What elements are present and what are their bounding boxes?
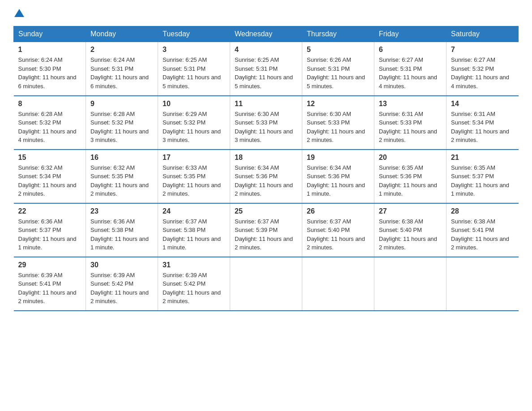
calendar-cell: 31 Sunrise: 6:39 AM Sunset: 5:42 PM Dayl… [158, 257, 230, 311]
day-number: 26 [307, 207, 369, 215]
day-number: 14 [451, 100, 514, 108]
day-number: 29 [18, 261, 82, 269]
day-info: Sunrise: 6:33 AM Sunset: 5:35 PM Dayligh… [163, 163, 225, 198]
calendar-cell: 10 Sunrise: 6:29 AM Sunset: 5:32 PM Dayl… [158, 96, 230, 150]
day-info: Sunrise: 6:24 AM Sunset: 5:31 PM Dayligh… [90, 56, 153, 90]
calendar-cell: 24 Sunrise: 6:37 AM Sunset: 5:38 PM Dayl… [158, 203, 230, 257]
calendar-cell: 9 Sunrise: 6:28 AM Sunset: 5:32 PM Dayli… [86, 96, 158, 150]
calendar-cell: 6 Sunrise: 6:27 AM Sunset: 5:31 PM Dayli… [374, 42, 446, 96]
page-header [13, 9, 519, 17]
day-number: 31 [163, 261, 225, 269]
calendar-cell: 30 Sunrise: 6:39 AM Sunset: 5:42 PM Dayl… [86, 257, 158, 311]
day-info: Sunrise: 6:34 AM Sunset: 5:36 PM Dayligh… [307, 163, 369, 198]
day-number: 30 [90, 261, 153, 269]
calendar-header-thursday: Thursday [302, 26, 374, 42]
day-info: Sunrise: 6:35 AM Sunset: 5:37 PM Dayligh… [451, 163, 514, 198]
calendar-cell: 21 Sunrise: 6:35 AM Sunset: 5:37 PM Dayl… [446, 150, 519, 203]
calendar-header-sunday: Sunday [14, 26, 86, 42]
day-info: Sunrise: 6:32 AM Sunset: 5:35 PM Dayligh… [90, 163, 153, 198]
day-number: 23 [90, 207, 153, 215]
calendar-header-row: SundayMondayTuesdayWednesdayThursdayFrid… [14, 26, 519, 42]
calendar-cell [446, 257, 519, 311]
logo [13, 9, 24, 17]
calendar-cell: 25 Sunrise: 6:37 AM Sunset: 5:39 PM Dayl… [230, 203, 302, 257]
calendar-week-row: 8 Sunrise: 6:28 AM Sunset: 5:32 PM Dayli… [14, 96, 519, 150]
day-number: 19 [307, 154, 369, 162]
calendar-cell: 28 Sunrise: 6:38 AM Sunset: 5:41 PM Dayl… [446, 203, 519, 257]
calendar-week-row: 15 Sunrise: 6:32 AM Sunset: 5:34 PM Dayl… [14, 150, 519, 203]
day-number: 21 [451, 154, 514, 162]
day-number: 25 [235, 207, 297, 215]
day-info: Sunrise: 6:30 AM Sunset: 5:33 PM Dayligh… [307, 110, 369, 145]
calendar-cell: 22 Sunrise: 6:36 AM Sunset: 5:37 PM Dayl… [14, 203, 86, 257]
day-number: 3 [163, 46, 225, 54]
day-info: Sunrise: 6:36 AM Sunset: 5:37 PM Dayligh… [18, 217, 82, 252]
calendar-header-monday: Monday [86, 26, 158, 42]
day-number: 7 [451, 46, 514, 54]
calendar-cell: 27 Sunrise: 6:38 AM Sunset: 5:40 PM Dayl… [374, 203, 446, 257]
day-number: 11 [235, 100, 297, 108]
day-number: 18 [235, 154, 297, 162]
day-info: Sunrise: 6:26 AM Sunset: 5:31 PM Dayligh… [307, 56, 369, 90]
day-info: Sunrise: 6:39 AM Sunset: 5:42 PM Dayligh… [163, 271, 225, 306]
day-info: Sunrise: 6:37 AM Sunset: 5:40 PM Dayligh… [307, 217, 369, 252]
calendar-cell: 16 Sunrise: 6:32 AM Sunset: 5:35 PM Dayl… [86, 150, 158, 203]
day-info: Sunrise: 6:29 AM Sunset: 5:32 PM Dayligh… [163, 110, 225, 145]
day-number: 1 [18, 46, 82, 54]
day-info: Sunrise: 6:30 AM Sunset: 5:33 PM Dayligh… [235, 110, 297, 145]
calendar-cell: 7 Sunrise: 6:27 AM Sunset: 5:32 PM Dayli… [446, 42, 519, 96]
day-info: Sunrise: 6:28 AM Sunset: 5:32 PM Dayligh… [90, 110, 153, 145]
day-info: Sunrise: 6:31 AM Sunset: 5:34 PM Dayligh… [451, 110, 514, 145]
calendar-cell: 14 Sunrise: 6:31 AM Sunset: 5:34 PM Dayl… [446, 96, 519, 150]
day-number: 6 [379, 46, 442, 54]
day-number: 4 [235, 46, 297, 54]
calendar-week-row: 29 Sunrise: 6:39 AM Sunset: 5:41 PM Dayl… [14, 257, 519, 311]
day-info: Sunrise: 6:27 AM Sunset: 5:32 PM Dayligh… [451, 56, 514, 90]
day-number: 20 [379, 154, 442, 162]
day-number: 16 [90, 154, 153, 162]
logo-triangle-icon [14, 9, 24, 17]
day-info: Sunrise: 6:28 AM Sunset: 5:32 PM Dayligh… [18, 110, 82, 145]
day-info: Sunrise: 6:27 AM Sunset: 5:31 PM Dayligh… [379, 56, 442, 90]
day-info: Sunrise: 6:37 AM Sunset: 5:38 PM Dayligh… [163, 217, 225, 252]
day-info: Sunrise: 6:35 AM Sunset: 5:36 PM Dayligh… [379, 163, 442, 198]
day-info: Sunrise: 6:38 AM Sunset: 5:40 PM Dayligh… [379, 217, 442, 252]
calendar-cell: 11 Sunrise: 6:30 AM Sunset: 5:33 PM Dayl… [230, 96, 302, 150]
svg-marker-0 [14, 9, 24, 17]
day-info: Sunrise: 6:37 AM Sunset: 5:39 PM Dayligh… [235, 217, 297, 252]
day-info: Sunrise: 6:25 AM Sunset: 5:31 PM Dayligh… [163, 56, 225, 90]
day-info: Sunrise: 6:38 AM Sunset: 5:41 PM Dayligh… [451, 217, 514, 252]
calendar-cell: 29 Sunrise: 6:39 AM Sunset: 5:41 PM Dayl… [14, 257, 86, 311]
calendar-cell: 20 Sunrise: 6:35 AM Sunset: 5:36 PM Dayl… [374, 150, 446, 203]
day-number: 27 [379, 207, 442, 215]
day-info: Sunrise: 6:25 AM Sunset: 5:31 PM Dayligh… [235, 56, 297, 90]
day-number: 13 [379, 100, 442, 108]
day-number: 28 [451, 207, 514, 215]
day-info: Sunrise: 6:24 AM Sunset: 5:30 PM Dayligh… [18, 56, 82, 90]
day-number: 8 [18, 100, 82, 108]
calendar-cell [374, 257, 446, 311]
calendar-cell: 5 Sunrise: 6:26 AM Sunset: 5:31 PM Dayli… [302, 42, 374, 96]
day-info: Sunrise: 6:39 AM Sunset: 5:42 PM Dayligh… [90, 271, 153, 306]
calendar-week-row: 22 Sunrise: 6:36 AM Sunset: 5:37 PM Dayl… [14, 203, 519, 257]
calendar-header-wednesday: Wednesday [230, 26, 302, 42]
day-info: Sunrise: 6:39 AM Sunset: 5:41 PM Dayligh… [18, 271, 82, 306]
calendar-table: SundayMondayTuesdayWednesdayThursdayFrid… [13, 26, 519, 311]
day-info: Sunrise: 6:34 AM Sunset: 5:36 PM Dayligh… [235, 163, 297, 198]
calendar-cell: 17 Sunrise: 6:33 AM Sunset: 5:35 PM Dayl… [158, 150, 230, 203]
calendar-cell: 13 Sunrise: 6:31 AM Sunset: 5:33 PM Dayl… [374, 96, 446, 150]
calendar-cell: 2 Sunrise: 6:24 AM Sunset: 5:31 PM Dayli… [86, 42, 158, 96]
calendar-cell: 1 Sunrise: 6:24 AM Sunset: 5:30 PM Dayli… [14, 42, 86, 96]
day-number: 15 [18, 154, 82, 162]
calendar-cell: 8 Sunrise: 6:28 AM Sunset: 5:32 PM Dayli… [14, 96, 86, 150]
calendar-cell [302, 257, 374, 311]
calendar-cell: 23 Sunrise: 6:36 AM Sunset: 5:38 PM Dayl… [86, 203, 158, 257]
calendar-cell: 12 Sunrise: 6:30 AM Sunset: 5:33 PM Dayl… [302, 96, 374, 150]
day-info: Sunrise: 6:31 AM Sunset: 5:33 PM Dayligh… [379, 110, 442, 145]
calendar-week-row: 1 Sunrise: 6:24 AM Sunset: 5:30 PM Dayli… [14, 42, 519, 96]
day-number: 17 [163, 154, 225, 162]
day-number: 12 [307, 100, 369, 108]
calendar-header-friday: Friday [374, 26, 446, 42]
day-number: 5 [307, 46, 369, 54]
calendar-header-tuesday: Tuesday [158, 26, 230, 42]
